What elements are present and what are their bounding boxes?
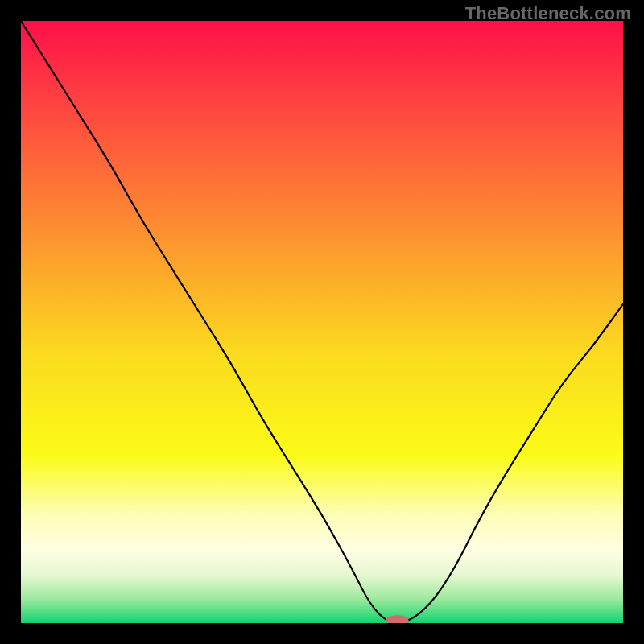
chart-frame: TheBottleneck.com: [0, 0, 644, 644]
bottleneck-chart: [21, 21, 623, 623]
gradient-background: [21, 21, 623, 623]
